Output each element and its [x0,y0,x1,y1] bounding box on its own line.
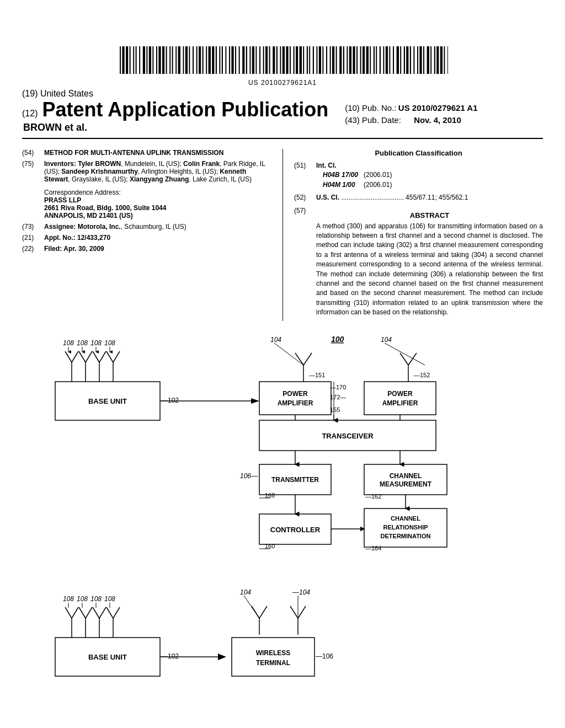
svg-rect-48 [199,46,201,74]
int-cl-label: (51) [294,162,311,169]
svg-text:DETERMINATION: DETERMINATION [381,533,431,539]
svg-rect-128 [332,46,334,74]
svg-rect-99 [285,46,286,74]
svg-rect-102 [290,46,291,74]
svg-line-307 [99,607,106,618]
svg-rect-136 [347,46,348,74]
svg-rect-68 [231,46,233,74]
svg-line-249 [274,343,303,365]
svg-line-303 [79,607,86,618]
svg-line-254 [303,353,312,365]
ref-100-label: 100 [331,335,344,344]
svg-rect-34 [175,46,177,74]
svg-rect-82 [255,46,257,74]
svg-rect-144 [360,46,361,74]
svg-rect-20 [152,46,153,74]
diagram-2-svg: BASE UNIT —102 108 108 108 108 [22,582,353,704]
svg-rect-156 [380,46,381,74]
us-cl-label: (52) [294,194,311,201]
wireless-terminal-text-1: WIRELESS [256,649,291,657]
svg-text:POWER: POWER [282,390,308,398]
svg-text:CONTROLLER: CONTROLLER [270,526,321,534]
svg-rect-90 [269,46,270,74]
barcode-svg [117,45,448,76]
svg-rect-37 [180,46,183,74]
pub-type-block: (12) Patent Application Publication BROW… [22,99,328,133]
barcode-section: US 20100279621A1 [0,0,565,89]
svg-rect-100 [286,46,288,74]
country-label: (19) United States [22,89,543,99]
svg-text:—104: —104 [292,588,310,596]
svg-text:160: 160 [265,543,275,549]
svg-rect-111 [304,46,306,74]
svg-rect-96 [280,46,281,74]
svg-rect-4 [126,46,128,74]
svg-rect-13 [140,46,142,74]
svg-rect-167 [399,46,400,74]
abstract-text: A method (300) and apparatus (106) for t… [316,222,543,318]
patent-title: METHOD FOR MULTI-ANTENNA UPLINK TRANSMIS… [44,149,271,157]
svg-rect-41 [188,46,189,74]
svg-rect-87 [264,46,265,74]
svg-rect-26 [162,46,164,74]
svg-rect-171 [405,46,406,74]
svg-text:104: 104 [240,588,251,596]
svg-rect-177 [415,46,417,74]
inventors-content: Inventors: Tyler BROWN, Mundelein, IL (U… [44,160,271,183]
svg-line-233 [93,351,99,362]
int-cl-class-2: H04M 1/00 [323,180,363,189]
svg-rect-145 [361,46,363,74]
svg-rect-55 [211,46,212,74]
barcode-image [145,10,420,43]
diagram-1: 100 BASE UNIT —102 108 [22,332,543,566]
svg-rect-32 [172,46,173,74]
svg-rect-106 [296,46,298,74]
svg-rect-149 [369,46,370,74]
svg-rect-29 [167,46,169,74]
svg-rect-30 [169,46,170,74]
svg-rect-172 [406,46,408,74]
ref-102: —102 [161,397,179,404]
abstract-heading: ABSTRACT [316,211,543,220]
svg-rect-43 [190,46,193,74]
correspondence-address2: ANNAPOLIS, MD 21401 (US) [44,212,271,220]
us-cl-value: .................................. 455/6… [341,194,468,201]
correspondence-heading: Correspondence Address: [44,189,271,196]
svg-rect-83 [257,46,259,74]
header: (19) United States (12) Patent Applicati… [0,89,565,133]
svg-rect-131 [337,46,339,74]
svg-rect-70 [235,46,236,74]
svg-rect-130 [336,46,337,74]
svg-rect-18 [149,46,151,74]
svg-rect-117 [314,46,316,74]
svg-rect-23 [157,46,158,74]
svg-rect-27 [164,46,166,74]
svg-rect-120 [319,46,321,74]
svg-rect-64 [225,46,226,74]
svg-rect-25 [161,46,162,74]
body-two-col: (54) METHOD FOR MULTI-ANTENNA UPLINK TRA… [0,143,565,321]
svg-text:155: 155 [330,406,340,413]
svg-rect-118 [316,46,317,74]
int-cl-row-1: H04B 17/00 (2006.01) [323,170,396,179]
svg-line-230 [79,351,86,362]
pub-number-col: (10) Pub. No.: US 2010/0279621 A1 (43) P… [345,99,477,125]
svg-rect-51 [204,46,206,74]
svg-rect-164 [393,46,394,74]
svg-rect-184 [427,46,429,74]
svg-text:CHANNEL: CHANNEL [390,472,422,480]
svg-line-329 [298,606,306,618]
svg-text:108: 108 [90,339,102,347]
svg-rect-119 [318,46,319,74]
svg-rect-97 [281,46,282,74]
svg-rect-163 [391,46,393,74]
int-cl-table: H04B 17/00 (2006.01) H04M 1/00 (2006.01) [322,169,397,190]
svg-text:RELATIONSHIP: RELATIONSHIP [383,524,428,531]
svg-rect-112 [307,46,308,74]
svg-rect-178 [417,46,418,74]
svg-rect-46 [196,46,198,74]
svg-rect-49 [201,46,202,74]
svg-line-228 [72,351,78,362]
svg-text:108: 108 [104,339,115,347]
svg-rect-85 [260,46,263,74]
